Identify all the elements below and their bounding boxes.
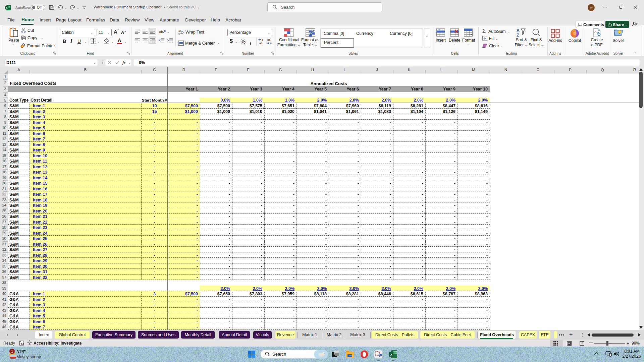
svg-text:A: A xyxy=(594,30,597,34)
svg-text:c: c xyxy=(178,32,180,35)
svg-text:.00: .00 xyxy=(267,39,271,42)
svg-text:Z: Z xyxy=(517,33,519,37)
svg-text:0: 0 xyxy=(262,39,263,42)
svg-text:x: x xyxy=(6,6,7,9)
svg-text:.00: .00 xyxy=(259,42,263,45)
svg-text:x: x xyxy=(390,352,392,356)
svg-text:A: A xyxy=(517,28,520,33)
svg-text:ab: ab xyxy=(159,30,163,34)
svg-text:0: 0 xyxy=(270,42,272,45)
